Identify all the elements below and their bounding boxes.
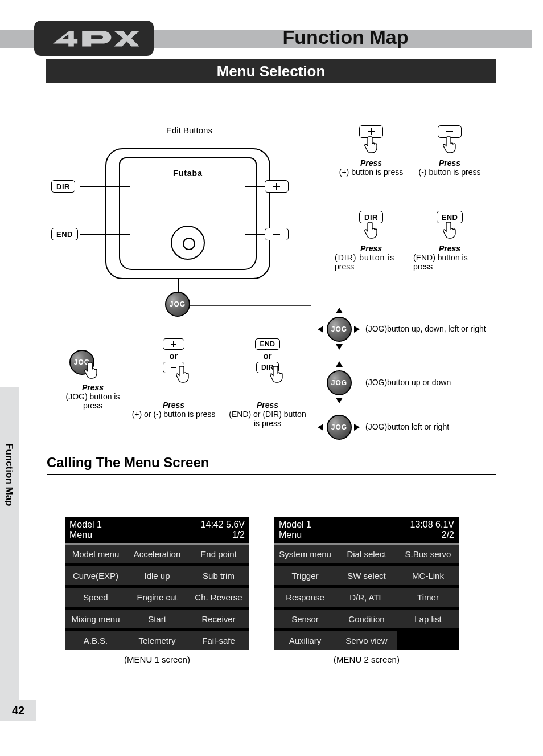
menu-cell[interactable]: Ch. Reverse <box>188 587 249 607</box>
menu-cell[interactable]: Acceleration <box>126 543 188 563</box>
leader-line <box>245 186 265 187</box>
menu-cell[interactable]: S.Bus servo <box>397 543 459 563</box>
menu-cell[interactable]: Start <box>126 609 188 628</box>
menu-cell[interactable]: Curve(EXP) <box>65 566 126 585</box>
menu-voltage: 6.1V <box>435 520 454 529</box>
menu-cell[interactable]: SW select <box>336 566 397 585</box>
arrow-down-icon <box>336 398 343 403</box>
menu-cell[interactable]: End point <box>188 543 249 563</box>
plus-caption: (+) button is press <box>331 167 411 177</box>
menu-cell[interactable]: Model menu <box>65 543 126 563</box>
menu-1-caption: (MENU 1 screen) <box>65 655 249 664</box>
jog-bubble: JOG <box>165 292 190 317</box>
menu-cell[interactable]: System menu <box>274 543 336 563</box>
end-dir-caption-2: is press <box>222 419 313 428</box>
menu-cell[interactable]: Response <box>274 587 336 607</box>
hand-press-icon <box>443 221 459 239</box>
plus-key <box>265 180 289 193</box>
menu-cell[interactable]: Fail-safe <box>188 631 249 650</box>
jog-press-caption: (JOG) button is press <box>56 392 130 410</box>
menu-model: Model 1 <box>69 520 102 530</box>
press-label: Press <box>128 401 219 410</box>
jog-lr-group: JOG (JOG)button left or right <box>319 411 507 442</box>
logo-4px-icon <box>48 28 139 48</box>
plus-icon <box>273 182 281 190</box>
or-label: or <box>128 351 219 361</box>
menu-2-wrapper: Model 1 13:08 6.1V Menu 2/2 System menuD… <box>274 517 459 664</box>
hand-press-icon <box>84 361 100 379</box>
jog-knob <box>171 226 205 260</box>
jog-icon: JOG <box>327 415 352 440</box>
plus-press-group: Press (+) button is press <box>331 125 411 177</box>
plus-icon <box>367 128 375 136</box>
press-label: Press <box>222 401 313 410</box>
jog-ud-group: JOG (JOG)button up or down <box>319 362 507 402</box>
end-caption-1: (END) button is <box>410 253 489 262</box>
leader-line <box>80 234 130 235</box>
menu-cell[interactable]: Condition <box>336 609 397 628</box>
minus-icon <box>273 230 281 238</box>
section-heading: Calling The Menu Screen <box>47 455 496 475</box>
minus-press-group: Press (-) button is press <box>410 125 489 177</box>
end-caption-2: press <box>410 262 489 271</box>
menu-cell[interactable]: Idle up <box>126 566 188 585</box>
hand-press-icon <box>443 136 459 154</box>
hand-press-icon <box>364 221 380 239</box>
menu-header: Model 1 14:42 5.6V Menu 1/2 <box>65 517 249 543</box>
menu-cell[interactable]: Receiver <box>188 609 249 628</box>
page-title: Function Map <box>171 26 520 48</box>
menu-page: 1/2 <box>232 530 245 540</box>
menu-time: 13:08 <box>410 520 433 529</box>
leader-line <box>245 234 265 235</box>
diagram-area: Edit Buttons Futaba DIR END JOG <box>40 125 507 450</box>
dir-caption-2: press <box>331 262 411 271</box>
menu-cell[interactable]: D/R, ATL <box>336 587 397 607</box>
minus-key <box>265 228 289 240</box>
menu-cell[interactable]: Auxiliary <box>274 631 336 650</box>
menu-cell[interactable]: A.B.S. <box>65 631 126 650</box>
page-number: 42 <box>12 704 24 717</box>
menu-grid: System menuDial selectS.Bus servoTrigger… <box>274 543 459 650</box>
hand-press-icon <box>364 136 380 154</box>
end-dir-group: END or DIR Press (END) or (DIR) button i… <box>222 338 313 428</box>
menu-cell[interactable]: Servo view <box>336 631 397 650</box>
jog-press-group: JOG Press (JOG) button is press <box>56 350 130 410</box>
menu-cell[interactable]: Sensor <box>274 609 336 628</box>
jog-lr-caption: (JOG)button left or right <box>365 422 449 431</box>
press-label: Press <box>56 383 130 392</box>
minus-icon <box>446 128 454 136</box>
menu-cell[interactable]: Speed <box>65 587 126 607</box>
arrow-right-icon <box>354 326 360 333</box>
minus-caption: (-) button is press <box>410 167 489 177</box>
leader-line <box>80 186 130 187</box>
dir-caption-1: (DIR) button is <box>331 253 411 262</box>
dir-press-group: DIR Press (DIR) button is press <box>331 211 411 271</box>
plus-minus-caption: (+) or (-) button is press <box>128 410 219 419</box>
menu-cell[interactable]: Trigger <box>274 566 336 585</box>
edit-buttons-label: Edit Buttons <box>166 125 212 135</box>
menu-label: Menu <box>69 530 92 540</box>
or-label: or <box>222 351 313 361</box>
menu-cell[interactable]: Telemetry <box>126 631 188 650</box>
menu-cell[interactable]: Sub trim <box>188 566 249 585</box>
menu-cell[interactable]: Timer <box>397 587 459 607</box>
menu-cell[interactable]: Dial select <box>336 543 397 563</box>
menu-grid: Model menuAccelerationEnd pointCurve(EXP… <box>65 543 249 650</box>
jog-udlr-caption: (JOG)button up, down, left or right <box>365 324 486 333</box>
menu-cell[interactable]: MC-Link <box>397 566 459 585</box>
end-key: END <box>51 228 78 240</box>
menu-header: Model 1 13:08 6.1V Menu 2/2 <box>274 517 459 543</box>
menu-cell[interactable]: Lap list <box>397 609 459 628</box>
jog-udlr-group: JOG (JOG)button up, down, left or right <box>319 309 507 349</box>
press-label: Press <box>331 244 411 253</box>
menu-time: 14:42 <box>201 520 224 529</box>
menu-cell[interactable]: Engine cut <box>126 587 188 607</box>
menu-model: Model 1 <box>279 520 311 530</box>
plus-minus-group: or Press (+) or (-) button is press <box>128 338 219 419</box>
menu-cell[interactable]: Mixing menu <box>65 609 126 628</box>
menu-2-screen: Model 1 13:08 6.1V Menu 2/2 System menuD… <box>274 517 459 650</box>
press-label: Press <box>410 244 489 253</box>
press-label: Press <box>410 158 489 167</box>
jog-icon: JOG <box>327 370 352 395</box>
page-number-box: 42 <box>0 700 36 721</box>
